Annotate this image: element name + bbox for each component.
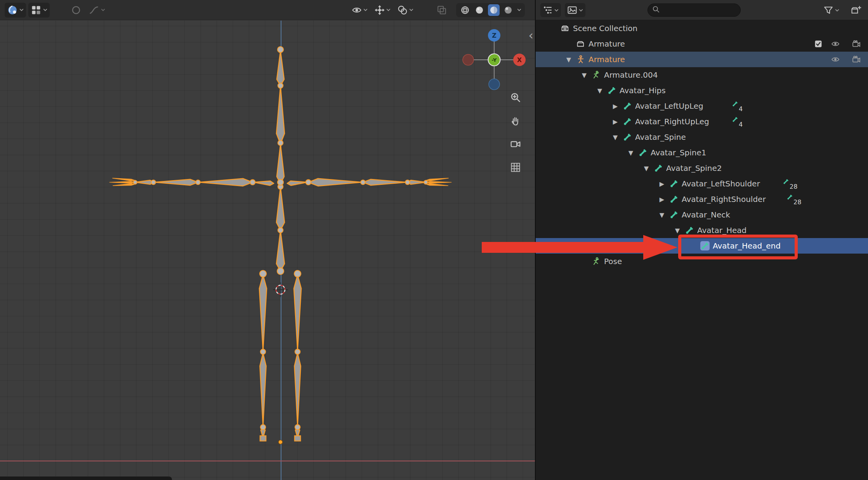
sphere-rendered-icon [503, 5, 513, 15]
armature-data-icon [592, 70, 601, 80]
sphere-material-icon [489, 5, 499, 15]
display-mode-icon [567, 5, 578, 16]
shading-wireframe-button[interactable] [459, 4, 471, 16]
expand-toggle[interactable]: ▼ [595, 87, 604, 94]
outliner-row-avatar-rightupleg[interactable]: ▶Avatar_RightUpLeg4 [536, 114, 868, 129]
sphere-wire-icon [460, 5, 470, 15]
collapse-panel-icon[interactable]: ‹ [528, 29, 533, 42]
outliner-row-armature-004[interactable]: ▼Armature.004 [536, 67, 868, 83]
outliner-row-avatar-leftshoulder[interactable]: ▶Avatar_LeftShoulder28 [536, 176, 868, 191]
editor-type-button[interactable] [5, 3, 26, 17]
zoom-button[interactable] [507, 90, 524, 107]
disable-in-renders-camera-icon[interactable] [852, 55, 861, 64]
chevron-down-icon [517, 7, 522, 12]
hide-in-viewport-eye-icon[interactable] [831, 39, 840, 49]
display-mode-button[interactable] [565, 3, 585, 17]
expand-toggle[interactable]: ▼ [564, 56, 573, 63]
armature-skeleton[interactable] [0, 21, 535, 480]
bone-icon [732, 116, 738, 124]
outliner-header [536, 0, 868, 20]
camera-movie-icon [510, 138, 521, 151]
gizmos-dropdown[interactable] [372, 3, 393, 17]
3d-viewport: Z X -Y ‹ [0, 0, 535, 480]
new-collection-button[interactable] [849, 3, 863, 17]
filter-button[interactable] [821, 3, 842, 17]
outliner-header-right [821, 0, 863, 20]
child-bone-count-badge: 4 [732, 116, 743, 128]
outliner-row-armature[interactable]: ▼Armature [536, 52, 868, 67]
bone-icon [669, 210, 679, 219]
armature-object-icon [576, 55, 585, 64]
bone-icon [607, 86, 616, 95]
grid-view-button[interactable] [507, 160, 524, 177]
mode-selector-button[interactable] [28, 3, 50, 17]
expand-toggle[interactable]: ▼ [658, 211, 666, 219]
outliner-item-label: Avatar_Neck [682, 207, 730, 223]
outliner-row-avatar-leftupleg[interactable]: ▶Avatar_LeftUpLeg4 [536, 98, 868, 114]
pan-button[interactable] [507, 113, 524, 130]
svg-text:Z: Z [492, 32, 496, 39]
shading-material-button[interactable] [488, 4, 500, 16]
expand-toggle[interactable]: ▶ [658, 180, 666, 188]
bone-icon [638, 148, 648, 157]
viewport-header-right [349, 3, 525, 17]
expand-toggle[interactable]: ▼ [580, 71, 589, 79]
xray-toggle[interactable] [434, 3, 449, 17]
chevron-down-icon [19, 7, 24, 12]
svg-text:-Y: -Y [492, 57, 497, 63]
outliner-row-avatar-spine1[interactable]: ▼Avatar_Spine1 [536, 145, 868, 160]
proportional-editing-toggle[interactable] [68, 3, 84, 17]
viewport-canvas[interactable]: Z X -Y ‹ [0, 21, 535, 480]
expand-toggle[interactable]: ▼ [627, 149, 635, 157]
outliner-item-label: Avatar_Spine2 [666, 160, 722, 176]
expand-toggle[interactable]: ▼ [673, 227, 682, 234]
outliner-row-armature[interactable]: Armature [536, 36, 868, 52]
outliner-row-avatar-spine[interactable]: ▼Avatar_Spine [536, 129, 868, 145]
child-bone-count-badge: 28 [783, 178, 797, 190]
exclude-checkbox[interactable] [814, 39, 823, 49]
outliner-row-avatar-head-end[interactable]: Avatar_Head_end [536, 238, 868, 254]
gizmo-neg-x-ball [463, 54, 474, 65]
outliner-panel: Scene CollectionArmature▼Armature▼Armatu… [535, 0, 868, 480]
zoom-icon [510, 92, 521, 105]
svg-text:X: X [517, 56, 522, 64]
outliner-row-avatar-spine2[interactable]: ▼Avatar_Spine2 [536, 160, 868, 176]
hide-in-viewport-eye-icon[interactable] [831, 55, 840, 64]
outliner-row-pose[interactable]: Pose [536, 254, 868, 269]
bone-icon [669, 179, 679, 188]
outliner-row-avatar-neck[interactable]: ▼Avatar_Neck [536, 207, 868, 223]
expand-toggle[interactable]: ▼ [611, 134, 620, 141]
bone-icon [623, 101, 632, 111]
expand-toggle[interactable]: ▶ [611, 103, 620, 110]
outliner-row-avatar-head[interactable]: ▼Avatar_Head [536, 223, 868, 238]
shading-rendered-button[interactable] [502, 4, 514, 16]
outliner-row-scene-collection[interactable]: Scene Collection [536, 21, 868, 36]
chevron-down-icon [386, 7, 391, 12]
editor-type-button[interactable] [540, 3, 561, 17]
expand-toggle[interactable]: ▶ [658, 196, 666, 203]
search-box[interactable] [648, 3, 741, 17]
overlays-icon [397, 5, 408, 16]
search-icon [652, 5, 660, 15]
outliner-item-label: Avatar_Head_end [713, 238, 781, 254]
viewport-nav-buttons [507, 90, 524, 177]
outliner-item-label: Avatar_Spine [635, 129, 686, 145]
chevron-down-icon [363, 7, 368, 12]
shading-solid-button[interactable] [474, 4, 485, 16]
camera-view-button[interactable] [507, 136, 524, 153]
expand-toggle[interactable]: ▼ [642, 165, 651, 172]
disable-in-renders-camera-icon[interactable] [852, 39, 861, 49]
navigation-gizmo[interactable]: Z X -Y [461, 27, 527, 93]
eye-icon [351, 5, 362, 16]
expand-toggle[interactable]: ▶ [611, 118, 620, 125]
outliner-row-avatar-rightshoulder[interactable]: ▶Avatar_RightShoulder28 [536, 191, 868, 207]
chevron-down-icon [409, 7, 414, 12]
object-origin-dot [278, 440, 283, 444]
new-collection-icon [851, 5, 861, 16]
overlays-dropdown[interactable] [395, 3, 416, 17]
object-visibility-dropdown[interactable] [349, 3, 370, 17]
search-input[interactable] [663, 6, 733, 14]
proportional-falloff-dropdown[interactable] [86, 3, 108, 17]
outliner-row-avatar-hips[interactable]: ▼Avatar_Hips [536, 83, 868, 98]
bone-icon [669, 195, 679, 204]
